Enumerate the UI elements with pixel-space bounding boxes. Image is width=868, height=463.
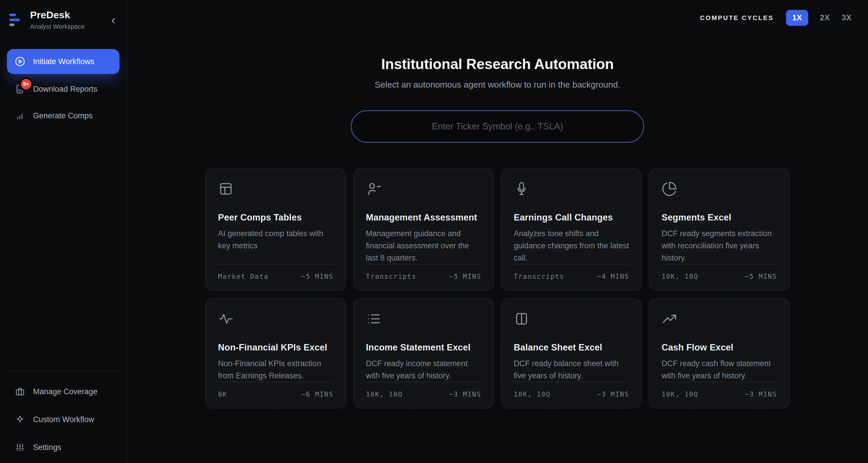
user-minus-icon	[366, 181, 381, 197]
activity-icon	[218, 311, 234, 327]
workflow-card-cash-flow[interactable]: Cash Flow Excel DCF ready cash flow stat…	[649, 298, 790, 408]
predesk-logo-icon	[9, 12, 24, 28]
report-file-icon: 9+	[14, 84, 26, 94]
card-footer: 10K, 10Q ~5 MINS	[661, 264, 777, 280]
card-duration: ~6 MINS	[301, 390, 333, 398]
card-duration: ~4 MINS	[597, 273, 629, 280]
compute-cycles-bar: COMPUTE CYCLES 1X 2X 3X	[700, 10, 852, 26]
card-footer: 10K, 10Q ~3 MINS	[514, 382, 629, 398]
card-description: AI generated comp tables with key metric…	[218, 227, 333, 252]
bar-chart-icon	[14, 110, 26, 121]
sparkle-icon	[14, 414, 26, 425]
app-title: PreDesk	[30, 9, 85, 21]
card-duration: ~3 MINS	[597, 390, 629, 398]
sidebar-item-settings[interactable]: Settings	[7, 436, 119, 459]
hero-section: Institutional Research Automation Select…	[351, 0, 644, 143]
brand-block: PreDesk Analyst Workspace	[30, 9, 85, 30]
sidebar-item-manage-coverage[interactable]: Manage Coverage	[7, 380, 119, 403]
workflow-card-segments-excel[interactable]: Segments Excel DCF ready segments extrac…	[649, 168, 790, 291]
card-duration: ~5 MINS	[449, 273, 481, 280]
cycles-option-3x[interactable]: 3X	[842, 13, 852, 22]
card-source: 8K	[218, 390, 227, 398]
trending-up-icon	[661, 311, 677, 327]
card-description: DCF ready balance sheet with five years …	[514, 357, 629, 382]
workflow-card-peer-comps[interactable]: Peer Comps Tables AI generated comp tabl…	[205, 168, 346, 291]
card-footer: Market Data ~5 MINS	[218, 264, 333, 280]
card-description: Management guidance and financial assess…	[366, 227, 481, 264]
cycles-option-2x[interactable]: 2X	[820, 13, 830, 22]
sidebar-primary-nav: Initiate Workflows 9+ Download Reports G…	[7, 49, 119, 127]
workflow-card-grid: Peer Comps Tables AI generated comp tabl…	[205, 168, 790, 408]
sidebar-secondary-nav: Manage Coverage Custom Workflow Settings	[7, 380, 119, 459]
card-title: Management Assessment	[366, 212, 481, 223]
briefcase-icon	[14, 386, 26, 397]
workflow-card-earnings-call[interactable]: Earnings Call Changes Analyzes tone shif…	[501, 168, 642, 291]
columns-icon	[514, 311, 529, 327]
card-footer: 10K, 10Q ~3 MINS	[661, 382, 777, 398]
reports-count-badge: 9+	[21, 79, 31, 89]
card-duration: ~5 MINS	[301, 273, 333, 280]
card-title: Segments Excel	[661, 212, 777, 223]
workflow-card-non-financial-kpis[interactable]: Non-Financial KPIs Excel Non-Financial K…	[205, 298, 346, 408]
ticker-symbol-input[interactable]	[351, 110, 644, 143]
card-title: Earnings Call Changes	[514, 212, 629, 223]
card-source: 10K, 10Q	[366, 390, 403, 398]
card-footer: 10K, 10Q ~3 MINS	[366, 382, 481, 398]
cycles-option-1x[interactable]: 1X	[786, 10, 808, 26]
card-title: Peer Comps Tables	[218, 212, 333, 223]
microphone-icon	[514, 181, 529, 197]
workflow-card-management-assessment[interactable]: Management Assessment Management guidanc…	[353, 168, 494, 291]
nav-label: Initiate Workflows	[33, 57, 94, 66]
nav-label: Generate Comps	[33, 111, 93, 120]
pie-chart-icon	[661, 181, 677, 197]
sidebar-item-generate-comps[interactable]: Generate Comps	[7, 104, 119, 127]
sidebar-collapse-button[interactable]: ‹	[108, 13, 118, 27]
nav-label: Settings	[33, 443, 61, 452]
card-title: Cash Flow Excel	[661, 342, 777, 353]
sidebar-item-custom-workflow[interactable]: Custom Workflow	[7, 408, 119, 431]
card-duration: ~5 MINS	[745, 273, 777, 280]
compute-cycles-label: COMPUTE CYCLES	[700, 14, 774, 22]
card-source: 10K, 10Q	[514, 390, 551, 398]
card-description: DCF ready income statement with five yea…	[366, 357, 481, 382]
card-title: Balance Sheet Excel	[514, 342, 629, 353]
page-title: Institutional Research Automation	[351, 55, 644, 73]
sidebar-header: PreDesk Analyst Workspace ‹	[7, 8, 119, 30]
sidebar: PreDesk Analyst Workspace ‹ Initiate Wor…	[0, 0, 127, 463]
workflow-card-balance-sheet[interactable]: Balance Sheet Excel DCF ready balance sh…	[501, 298, 642, 408]
nav-label: Manage Coverage	[33, 387, 97, 396]
card-title: Income Statement Excel	[366, 342, 481, 353]
card-source: Transcripts	[366, 273, 416, 280]
sidebar-divider	[8, 371, 118, 371]
card-description: DCF ready cash flow statement with five …	[661, 357, 777, 382]
page-subtitle: Select an autonomous agent workflow to r…	[351, 79, 644, 90]
nav-label: Download Reports	[33, 85, 97, 94]
card-footer: Transcripts ~4 MINS	[514, 264, 629, 280]
card-duration: ~3 MINS	[449, 390, 481, 398]
nav-label: Custom Workflow	[33, 415, 94, 424]
chevron-left-icon: ‹	[111, 13, 115, 27]
card-description: DCF ready segments extraction with recon…	[661, 227, 777, 264]
sidebar-item-initiate-workflows[interactable]: Initiate Workflows	[7, 49, 119, 74]
card-duration: ~3 MINS	[745, 390, 777, 398]
table-layout-icon	[218, 181, 234, 197]
list-icon	[366, 311, 381, 327]
sliders-icon	[14, 442, 26, 453]
card-source: 10K, 10Q	[661, 390, 699, 398]
card-footer: Transcripts ~5 MINS	[366, 264, 481, 280]
card-footer: 8K ~6 MINS	[218, 382, 333, 398]
card-description: Analyzes tone shifts and guidance change…	[514, 227, 629, 264]
app-subtitle: Analyst Workspace	[30, 23, 85, 30]
card-description: Non-Financial KPIs extraction from Earni…	[218, 357, 333, 382]
card-source: Market Data	[218, 273, 269, 280]
main-content: COMPUTE CYCLES 1X 2X 3X Institutional Re…	[127, 0, 868, 463]
card-source: 10K, 10Q	[661, 273, 699, 280]
compute-cycles-segmented-control: 1X 2X 3X	[786, 10, 852, 26]
sidebar-item-download-reports[interactable]: 9+ Download Reports	[7, 78, 119, 101]
workflow-card-income-statement[interactable]: Income Statement Excel DCF ready income …	[353, 298, 494, 408]
play-circle-icon	[14, 56, 26, 67]
card-title: Non-Financial KPIs Excel	[218, 342, 333, 353]
card-source: Transcripts	[514, 273, 564, 280]
